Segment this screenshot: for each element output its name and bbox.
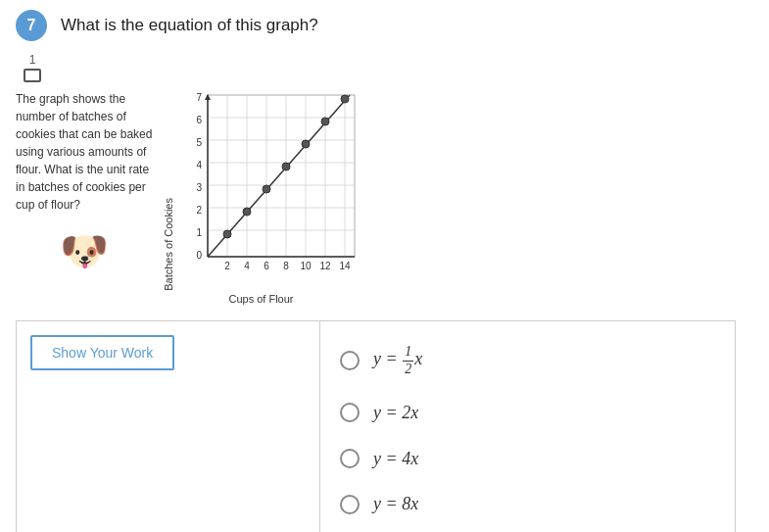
svg-point-37 [302, 140, 310, 148]
graph-svg: 0 1 2 3 4 5 6 7 2 4 6 8 10 12 14 [178, 90, 360, 291]
answer-choice-c[interactable]: y = 4x [340, 443, 715, 475]
radio-d[interactable] [340, 495, 360, 514]
svg-text:5: 5 [196, 137, 202, 148]
svg-text:4: 4 [244, 261, 250, 271]
question-number: 7 [27, 17, 36, 34]
svg-point-36 [282, 163, 290, 170]
answer-choice-b[interactable]: y = 2x [340, 397, 715, 429]
radio-a[interactable] [340, 351, 360, 370]
svg-text:6: 6 [196, 115, 202, 125]
svg-text:8: 8 [283, 261, 289, 271]
show-work-button[interactable]: Show Your Work [30, 335, 174, 370]
graph-container: Batches of Cookies [163, 90, 360, 305]
svg-text:14: 14 [339, 261, 351, 271]
svg-point-39 [341, 95, 349, 103]
sidebar-num: 1 [29, 53, 36, 67]
sidebar-indicator: 1 [24, 53, 41, 82]
svg-text:0: 0 [196, 250, 202, 261]
main-content: The graph shows the number of batches of… [0, 86, 769, 532]
svg-text:1: 1 [196, 227, 202, 238]
answer-choice-a[interactable]: y = 12x [340, 338, 715, 384]
svg-point-34 [243, 208, 251, 216]
svg-text:2: 2 [196, 205, 202, 216]
answer-choice-d[interactable]: y = 8x [340, 488, 715, 520]
show-work-panel: Show Your Work [17, 321, 320, 532]
choice-d-text: y = 8x [373, 494, 418, 514]
svg-text:12: 12 [319, 261, 331, 271]
svg-point-38 [321, 118, 329, 125]
svg-text:2: 2 [224, 261, 230, 271]
svg-point-35 [263, 185, 270, 193]
answer-choices-panel: y = 12x y = 2x y = 4x y [320, 321, 735, 532]
choice-b-text: y = 2x [373, 403, 418, 423]
chef-illustration: 🐶 [53, 219, 117, 283]
question-number-badge: 7 [16, 10, 47, 41]
svg-text:7: 7 [196, 92, 202, 103]
svg-point-33 [223, 230, 231, 238]
y-axis-label: Batches of Cookies [163, 198, 174, 291]
question-header: 7 What is the equation of this graph? [0, 0, 769, 51]
radio-b[interactable] [340, 403, 360, 422]
work-answer-area: Show Your Work y = 12x y = 2x [16, 320, 736, 532]
question-text: What is the equation of this graph? [61, 16, 318, 35]
svg-text:3: 3 [196, 182, 202, 193]
x-axis-label: Cups of Flour [228, 293, 293, 305]
choice-a-text: y = 12x [373, 344, 422, 378]
problem-description-area: The graph shows the number of batches of… [16, 86, 753, 313]
problem-text: The graph shows the number of batches of… [16, 90, 153, 214]
svg-text:10: 10 [300, 261, 312, 271]
svg-text:4: 4 [196, 160, 202, 170]
radio-c[interactable] [340, 449, 360, 468]
choice-c-text: y = 4x [373, 449, 418, 469]
svg-text:6: 6 [264, 261, 269, 271]
comment-icon [24, 69, 41, 82]
